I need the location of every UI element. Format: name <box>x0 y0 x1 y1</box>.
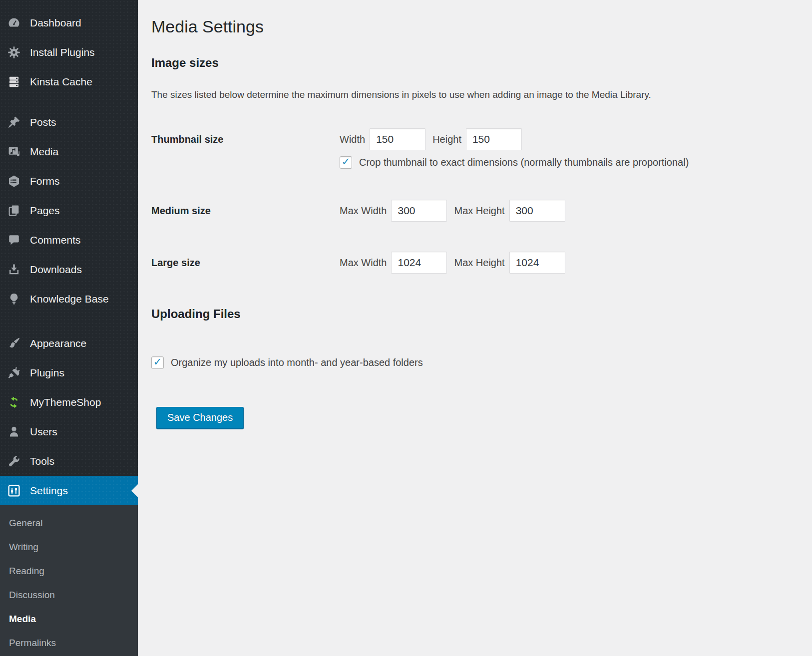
sidebar-item-label: MyThemeShop <box>30 396 101 408</box>
large-size-label: Large size <box>151 252 340 274</box>
large-max-width-label: Max Width <box>340 257 387 269</box>
sidebar-item-knowledge-base[interactable]: Knowledge Base <box>0 284 138 314</box>
large-max-width-input[interactable] <box>391 252 447 274</box>
sidebar-item-pages[interactable]: Pages <box>0 196 138 225</box>
organize-uploads-checkbox[interactable]: ✓ <box>151 356 164 369</box>
sidebar-item-label: Comments <box>30 234 81 246</box>
sidebar-item-install-plugins[interactable]: Install Plugins <box>0 37 138 67</box>
sidebar-item-users[interactable]: Users <box>0 417 138 446</box>
sidebar-item-posts[interactable]: Posts <box>0 107 138 137</box>
pages-icon <box>7 204 20 217</box>
check-icon: ✓ <box>342 157 351 167</box>
medium-size-label: Medium size <box>151 200 340 222</box>
medium-size-row: Medium size Max Width Max Height <box>151 200 792 222</box>
wordpress-admin: Dashboard Install Plugins Kinsta Cache P… <box>0 0 812 656</box>
submenu-item-writing[interactable]: Writing <box>0 535 138 559</box>
sidebar-item-label: Plugins <box>30 367 64 379</box>
download-icon <box>7 263 20 276</box>
submenu-item-reading[interactable]: Reading <box>0 559 138 583</box>
sliders-icon <box>7 484 20 497</box>
thumbnail-height-label: Height <box>432 134 461 145</box>
sidebar-item-settings[interactable]: Settings <box>0 476 138 505</box>
thumbnail-width-label: Width <box>340 134 365 145</box>
server-stack-icon <box>7 75 20 88</box>
sidebar-item-label: Pages <box>30 205 60 217</box>
sidebar-item-label: Forms <box>30 175 60 187</box>
sidebar-item-label: Downloads <box>30 264 82 276</box>
medium-max-height-input[interactable] <box>509 200 565 222</box>
refresh-arrows-icon <box>7 396 20 409</box>
image-sizes-heading: Image sizes <box>151 55 792 70</box>
sidebar-item-comments[interactable]: Comments <box>0 225 138 255</box>
thumbnail-height-input[interactable] <box>466 128 522 150</box>
wrench-icon <box>7 455 20 468</box>
pushpin-icon <box>7 116 20 129</box>
submenu-item-permalinks[interactable]: Permalinks <box>0 631 138 655</box>
sidebar-item-forms[interactable]: Forms <box>0 166 138 196</box>
medium-max-width-label: Max Width <box>340 205 387 217</box>
check-icon: ✓ <box>153 357 162 367</box>
hexagon-list-icon <box>7 175 20 188</box>
sidebar-item-appearance[interactable]: Appearance <box>0 328 138 358</box>
image-sizes-description: The sizes listed below determine the max… <box>151 88 792 101</box>
uploading-files-heading: Uploading Files <box>151 307 792 322</box>
sidebar-item-label: Settings <box>30 485 68 497</box>
sidebar-item-label: Tools <box>30 455 54 467</box>
thumbnail-width-input[interactable] <box>370 128 425 150</box>
submenu-item-discussion[interactable]: Discussion <box>0 583 138 607</box>
page-title: Media Settings <box>151 16 792 36</box>
submenu-item-general[interactable]: General <box>0 511 138 535</box>
sidebar-item-label: Media <box>30 146 58 158</box>
dashboard-gauge-icon <box>7 16 20 29</box>
sidebar-item-label: Users <box>30 426 57 438</box>
sidebar-item-label: Install Plugins <box>30 46 95 58</box>
media-note-icon <box>7 145 20 158</box>
crop-thumbnail-checkbox[interactable]: ✓ <box>340 156 352 169</box>
sidebar-item-label: Knowledge Base <box>30 293 109 305</box>
large-max-height-label: Max Height <box>454 257 504 269</box>
submenu-item-media[interactable]: Media <box>0 607 138 631</box>
sidebar-item-mythemeshop[interactable]: MyThemeShop <box>0 387 138 417</box>
sidebar-item-media[interactable]: Media <box>0 137 138 166</box>
lightbulb-icon <box>7 293 20 306</box>
save-changes-button[interactable]: Save Changes <box>156 407 244 429</box>
sidebar-item-kinsta-cache[interactable]: Kinsta Cache <box>0 67 138 96</box>
sidebar-item-label: Appearance <box>30 337 86 349</box>
large-size-row: Large size Max Width Max Height <box>151 252 792 274</box>
settings-submenu: General Writing Reading Discussion Media… <box>0 505 138 656</box>
sidebar-item-label: Kinsta Cache <box>30 76 92 88</box>
person-icon <box>7 425 20 438</box>
sidebar-item-downloads[interactable]: Downloads <box>0 255 138 284</box>
sidebar-item-tools[interactable]: Tools <box>0 446 138 476</box>
organize-uploads-label: Organize my uploads into month- and year… <box>171 357 423 368</box>
admin-sidebar: Dashboard Install Plugins Kinsta Cache P… <box>0 0 138 656</box>
sidebar-item-dashboard[interactable]: Dashboard <box>0 8 138 37</box>
sidebar-item-label: Dashboard <box>30 17 81 29</box>
sidebar-item-plugins[interactable]: Plugins <box>0 358 138 387</box>
sidebar-item-label: Posts <box>30 116 56 128</box>
plug-icon <box>7 366 20 379</box>
medium-max-width-input[interactable] <box>391 200 447 222</box>
thumbnail-size-row: Thumbnail size Width Height ✓ Crop thumb… <box>151 128 792 169</box>
media-settings-page: Media Settings Image sizes The sizes lis… <box>138 0 812 656</box>
thumbnail-size-label: Thumbnail size <box>151 128 340 150</box>
organize-uploads-row: ✓ Organize my uploads into month- and ye… <box>151 356 792 369</box>
gear-icon <box>7 46 20 59</box>
medium-max-height-label: Max Height <box>454 205 504 217</box>
large-max-height-input[interactable] <box>509 252 565 274</box>
speech-bubble-icon <box>7 234 20 247</box>
paintbrush-icon <box>7 337 20 350</box>
crop-thumbnail-label: Crop thumbnail to exact dimensions (norm… <box>359 157 689 168</box>
